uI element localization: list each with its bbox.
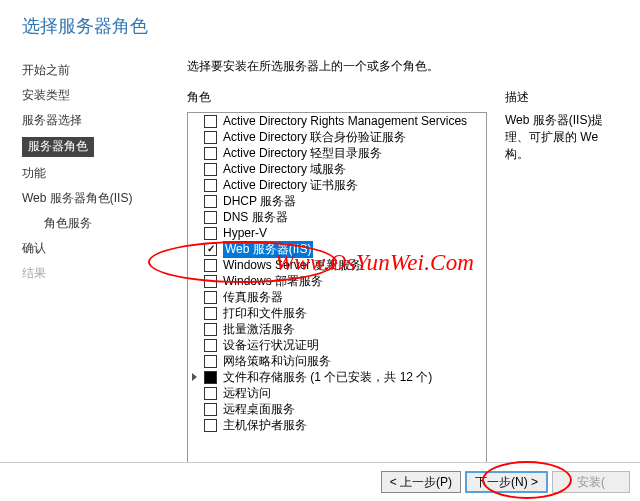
role-checkbox[interactable] [204,115,217,128]
role-row-0[interactable]: Active Directory Rights Management Servi… [188,113,486,129]
role-row-1[interactable]: Active Directory 联合身份验证服务 [188,129,486,145]
role-row-6[interactable]: DNS 服务器 [188,209,486,225]
sidebar-item-0[interactable]: 开始之前 [22,58,187,83]
role-checkbox[interactable] [204,371,217,384]
role-row-13[interactable]: 批量激活服务 [188,321,486,337]
role-row-14[interactable]: 设备运行状况证明 [188,337,486,353]
role-row-5[interactable]: DHCP 服务器 [188,193,486,209]
role-label: 传真服务器 [223,289,283,306]
role-row-15[interactable]: 网络策略和访问服务 [188,353,486,369]
sidebar-item-6[interactable]: 角色服务 [22,211,187,236]
role-checkbox[interactable] [204,131,217,144]
sidebar-item-7[interactable]: 确认 [22,236,187,261]
role-label: Windows 部署服务 [223,273,323,290]
sidebar-item-3[interactable]: 服务器角色 [22,133,187,161]
role-label: DHCP 服务器 [223,193,296,210]
description-header: 描述 [505,89,640,106]
roles-header: 角色 [187,89,487,106]
role-checkbox[interactable] [204,195,217,208]
role-checkbox[interactable] [204,419,217,432]
role-row-3[interactable]: Active Directory 域服务 [188,161,486,177]
role-checkbox[interactable] [204,211,217,224]
page-title: 选择服务器角色 [22,14,620,38]
install-button: 安装( [552,471,630,493]
role-label: Active Directory 证书服务 [223,177,358,194]
role-row-7[interactable]: Hyper-V [188,225,486,241]
sidebar-item-4[interactable]: 功能 [22,161,187,186]
role-row-8[interactable]: Web 服务器(IIS) [188,241,486,257]
role-checkbox[interactable] [204,339,217,352]
roles-listbox[interactable]: Active Directory Rights Management Servi… [187,112,487,476]
previous-button[interactable]: < 上一步(P) [381,471,461,493]
role-checkbox[interactable] [204,179,217,192]
role-label: Active Directory Rights Management Servi… [223,114,467,128]
sidebar-item-2[interactable]: 服务器选择 [22,108,187,133]
role-label: 文件和存储服务 (1 个已安装，共 12 个) [223,369,432,386]
role-label: DNS 服务器 [223,209,288,226]
role-label: Windows Server 更新服务 [223,257,362,274]
role-row-17[interactable]: 远程访问 [188,385,486,401]
sidebar-item-5[interactable]: Web 服务器角色(IIS) [22,186,187,211]
role-row-4[interactable]: Active Directory 证书服务 [188,177,486,193]
role-row-18[interactable]: 远程桌面服务 [188,401,486,417]
role-row-2[interactable]: Active Directory 轻型目录服务 [188,145,486,161]
instruction-text: 选择要安装在所选服务器上的一个或多个角色。 [187,58,640,75]
role-checkbox[interactable] [204,163,217,176]
role-row-11[interactable]: 传真服务器 [188,289,486,305]
role-row-9[interactable]: Windows Server 更新服务 [188,257,486,273]
role-label: 远程访问 [223,385,271,402]
role-label: Web 服务器(IIS) [223,241,313,258]
description-text: Web 服务器(IIS)提 理、可扩展的 We 构。 [505,112,640,163]
role-label: 批量激活服务 [223,321,295,338]
role-label: 主机保护者服务 [223,417,307,434]
next-button[interactable]: 下一步(N) > [465,471,548,493]
role-label: 打印和文件服务 [223,305,307,322]
role-row-19[interactable]: 主机保护者服务 [188,417,486,433]
role-label: Hyper-V [223,226,267,240]
role-label: Active Directory 联合身份验证服务 [223,129,406,146]
role-row-10[interactable]: Windows 部署服务 [188,273,486,289]
wizard-sidebar: 开始之前安装类型服务器选择服务器角色功能Web 服务器角色(IIS)角色服务确认… [22,58,187,476]
role-checkbox[interactable] [204,387,217,400]
role-checkbox[interactable] [204,147,217,160]
role-row-16[interactable]: 文件和存储服务 (1 个已安装，共 12 个) [188,369,486,385]
role-checkbox[interactable] [204,243,217,256]
role-row-12[interactable]: 打印和文件服务 [188,305,486,321]
sidebar-item-1[interactable]: 安装类型 [22,83,187,108]
role-label: Active Directory 域服务 [223,161,346,178]
role-checkbox[interactable] [204,307,217,320]
role-checkbox[interactable] [204,323,217,336]
role-checkbox[interactable] [204,259,217,272]
role-checkbox[interactable] [204,355,217,368]
role-checkbox[interactable] [204,291,217,304]
role-label: 设备运行状况证明 [223,337,319,354]
wizard-footer: < 上一步(P) 下一步(N) > 安装( [0,462,640,501]
role-label: Active Directory 轻型目录服务 [223,145,382,162]
role-checkbox[interactable] [204,403,217,416]
role-label: 远程桌面服务 [223,401,295,418]
role-label: 网络策略和访问服务 [223,353,331,370]
sidebar-item-8: 结果 [22,261,187,286]
role-checkbox[interactable] [204,275,217,288]
role-checkbox[interactable] [204,227,217,240]
